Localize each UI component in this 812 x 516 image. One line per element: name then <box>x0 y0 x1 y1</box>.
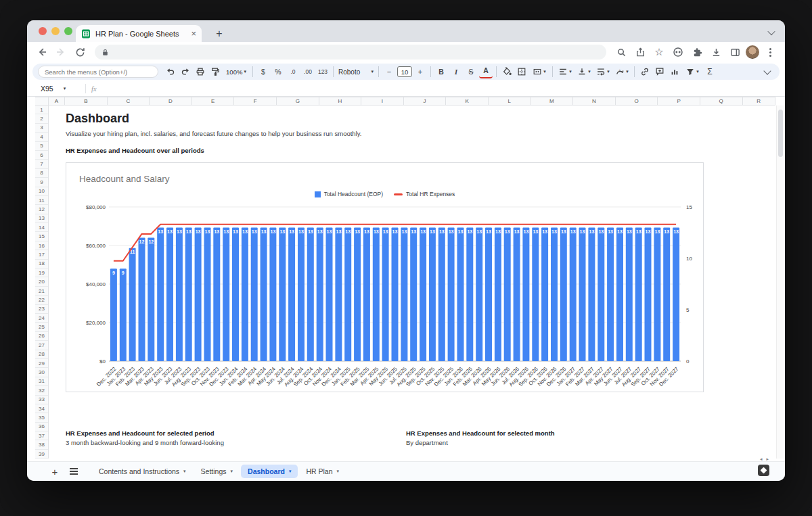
print-icon[interactable] <box>194 65 207 78</box>
row-header-13[interactable]: 13 <box>35 214 48 223</box>
tab-search-chevron-icon[interactable] <box>769 26 774 38</box>
increase-decimal-button[interactable]: .00 <box>301 65 315 78</box>
close-window-button[interactable] <box>39 27 47 35</box>
column-header-O[interactable]: O <box>616 97 658 105</box>
borders-icon[interactable] <box>515 65 528 78</box>
browser-menu-kebab-icon[interactable] <box>762 44 778 60</box>
insert-chart-icon[interactable] <box>668 65 681 78</box>
column-header-L[interactable]: L <box>489 97 531 105</box>
font-size-input[interactable]: 10 <box>397 66 412 77</box>
redo-icon[interactable] <box>179 65 192 78</box>
row-header-20[interactable]: 20 <box>35 277 48 286</box>
select-all-corner[interactable] <box>35 97 49 105</box>
text-color-button[interactable]: A <box>479 65 493 78</box>
minimize-window-button[interactable] <box>51 27 60 35</box>
row-header-18[interactable]: 18 <box>35 260 48 268</box>
sheet-tab-dashboard[interactable]: Dashboard▾ <box>241 465 298 478</box>
row-header-17[interactable]: 17 <box>35 250 48 259</box>
back-button[interactable] <box>34 44 50 60</box>
row-header-15[interactable]: 15 <box>35 232 48 241</box>
row-header-39[interactable]: 39 <box>35 450 48 459</box>
chevron-down-icon[interactable]: ▾ <box>183 469 186 474</box>
toolbar-collapse-chevron-icon[interactable] <box>761 65 774 78</box>
vertical-scrollbar[interactable] <box>776 105 784 459</box>
row-header-35[interactable]: 35 <box>35 413 48 422</box>
column-header-P[interactable]: P <box>658 97 700 105</box>
text-wrap-icon[interactable]: ▾ <box>594 65 612 78</box>
address-input[interactable] <box>113 48 600 56</box>
chevron-down-icon[interactable]: ▾ <box>231 469 233 474</box>
sheet-tab-settings[interactable]: Settings▾ <box>194 465 240 478</box>
search-zoom-icon[interactable] <box>613 44 629 60</box>
row-header-37[interactable]: 37 <box>35 431 48 440</box>
row-header-27[interactable]: 27 <box>35 341 48 350</box>
profile-avatar[interactable] <box>746 45 759 59</box>
row-header-7[interactable]: 7 <box>35 160 48 168</box>
strikethrough-button[interactable]: S <box>464 65 478 78</box>
row-header-14[interactable]: 14 <box>35 223 48 232</box>
paint-format-icon[interactable] <box>208 65 222 78</box>
side-panel-icon[interactable] <box>727 44 743 60</box>
vertical-align-icon[interactable]: ▾ <box>575 65 593 78</box>
column-header-E[interactable]: E <box>192 97 235 105</box>
formula-input[interactable] <box>102 85 780 93</box>
extension-circle-icon[interactable] <box>670 44 686 60</box>
row-header-23[interactable]: 23 <box>35 305 48 314</box>
row-header-30[interactable]: 30 <box>35 368 48 377</box>
name-box[interactable]: X95 ▾ <box>32 85 80 93</box>
row-header-31[interactable]: 31 <box>35 377 48 386</box>
row-header-21[interactable]: 21 <box>35 287 48 296</box>
decrease-font-size-button[interactable]: − <box>382 65 396 78</box>
column-header-B[interactable]: B <box>65 97 108 105</box>
italic-button[interactable]: I <box>449 65 463 78</box>
downloads-icon[interactable] <box>708 44 724 60</box>
chevron-down-icon[interactable]: ▾ <box>289 469 292 474</box>
new-tab-button[interactable]: + <box>211 26 227 42</box>
row-header-3[interactable]: 3 <box>35 124 48 133</box>
format-currency-button[interactable]: $ <box>256 65 270 78</box>
row-header-8[interactable]: 8 <box>35 169 48 178</box>
row-header-36[interactable]: 36 <box>35 423 48 431</box>
maximize-window-button[interactable] <box>64 27 72 35</box>
row-header-9[interactable]: 9 <box>35 178 48 187</box>
spreadsheet-canvas[interactable]: Dashboard Visualize your hiring plan, in… <box>49 105 775 459</box>
merge-cells-icon[interactable]: ▾ <box>530 65 549 78</box>
extensions-puzzle-icon[interactable] <box>689 44 705 60</box>
column-header-N[interactable]: N <box>573 97 616 105</box>
increase-font-size-button[interactable]: + <box>413 65 427 78</box>
row-header-11[interactable]: 11 <box>35 196 48 205</box>
bold-button[interactable]: B <box>434 65 448 78</box>
format-percent-button[interactable]: % <box>271 65 285 78</box>
create-filter-icon[interactable]: ▾ <box>683 65 702 78</box>
insert-comment-icon[interactable] <box>653 65 667 78</box>
row-header-10[interactable]: 10 <box>35 187 48 196</box>
sheet-tab-hr-plan[interactable]: HR Plan▾ <box>299 465 346 478</box>
bookmark-star-icon[interactable]: ☆ <box>651 44 667 60</box>
column-header-I[interactable]: I <box>361 97 404 105</box>
extension-overlay-badge[interactable] <box>758 465 769 476</box>
column-header-K[interactable]: K <box>446 97 489 105</box>
row-header-38[interactable]: 38 <box>35 440 48 449</box>
column-header-A[interactable]: A <box>49 97 65 105</box>
forward-button[interactable] <box>53 44 69 60</box>
number-format-button[interactable]: 123 <box>316 65 330 78</box>
text-rotation-icon[interactable]: A ▾ <box>613 65 631 78</box>
row-header-33[interactable]: 33 <box>35 396 48 404</box>
undo-icon[interactable] <box>164 65 177 78</box>
menu-search[interactable] <box>38 66 158 78</box>
row-header-5[interactable]: 5 <box>35 142 48 151</box>
chart-card[interactable]: $0$20,000$40,000$60,000$80,0000510159Dec… <box>66 162 704 392</box>
add-sheet-button[interactable]: + <box>47 464 62 479</box>
sheet-tab-contents-and-instructions[interactable]: Contents and Instructions▾ <box>92 465 193 478</box>
row-header-12[interactable]: 12 <box>35 205 48 214</box>
column-header-H[interactable]: H <box>319 97 362 105</box>
row-header-28[interactable]: 28 <box>35 350 48 359</box>
column-header-F[interactable]: F <box>234 97 277 105</box>
font-family-select[interactable]: Roboto▾ <box>337 65 375 78</box>
address-bar[interactable] <box>95 45 606 60</box>
zoom-select[interactable]: 100% ▾ <box>223 65 249 78</box>
row-header-16[interactable]: 16 <box>35 241 48 250</box>
column-header-Q[interactable]: Q <box>700 97 743 105</box>
decrease-decimal-button[interactable]: .0 <box>286 65 300 78</box>
row-header-32[interactable]: 32 <box>35 386 48 395</box>
